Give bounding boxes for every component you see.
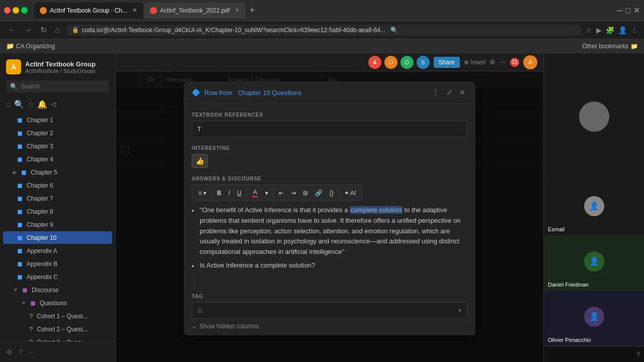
- sidebar-item-chapter3[interactable]: ◼ Chapter 3: [3, 140, 112, 152]
- sidebar-item-appendixa[interactable]: ◼ Appendix A: [3, 244, 112, 257]
- bookmark-ca-organizing[interactable]: 📁 CA Organizing: [6, 42, 55, 50]
- sidebar-item-questions[interactable]: ▼ ◼ Questions: [3, 297, 112, 309]
- window-close-icon[interactable]: ✕: [633, 6, 640, 15]
- right-panel-bottom: ?: [544, 346, 644, 362]
- search-input[interactable]: [21, 83, 105, 90]
- bookmarks-bar: 📁 CA Organizing Other bookmarks 📁: [0, 39, 644, 53]
- modal-source-icon: 🔷: [192, 88, 200, 97]
- new-tab-button[interactable]: +: [247, 5, 258, 16]
- sparkle-icon: ✦: [344, 190, 349, 197]
- avatar-user3: O: [400, 56, 414, 69]
- sidebar-item-chapter2[interactable]: ◼ Chapter 2: [3, 127, 112, 139]
- participant-name-olivier: Olivier Penacchio: [548, 337, 591, 343]
- minimize-button[interactable]: [13, 7, 19, 14]
- tab-title-2: ActInf_Textbook_2022.pdf: [160, 7, 230, 14]
- modal-overlay[interactable]: 🔷 Row from Chapter 10 Questions ⋮ ⤢ ✕: [116, 71, 543, 362]
- url-bar[interactable]: 🔒 coda.io/@/ActInf-Textbook-Group_d4CkUI…: [66, 25, 582, 36]
- cohort2-icon: ?: [29, 325, 33, 333]
- textbook-ref-input[interactable]: [192, 121, 467, 137]
- thumbs-up-button[interactable]: 👍: [192, 154, 208, 168]
- nav-back-button[interactable]: ←: [6, 25, 18, 36]
- sidebar-star-icon[interactable]: ☆: [27, 100, 34, 109]
- indent-more-button[interactable]: ⇥: [288, 188, 299, 198]
- insert-button[interactable]: ⊕ Insert: [464, 59, 486, 66]
- maximize-button[interactable]: [21, 7, 28, 14]
- other-bookmarks[interactable]: Other bookmarks 📁: [582, 43, 638, 50]
- chapter10-icon: ◼: [17, 234, 23, 241]
- settings-icon[interactable]: ⚙: [490, 58, 496, 66]
- star-icon[interactable]: ☆: [586, 26, 592, 34]
- main-topbar: A ⬡ O S Share ⊕ Insert ⚙ ⋯ 21 A: [116, 53, 543, 71]
- tab-close-1[interactable]: ✕: [132, 7, 137, 14]
- quote-text: "One benefit of Active Inference is that…: [200, 205, 467, 257]
- sidebar-item-chapter10[interactable]: ◼ Chapter 10: [3, 231, 112, 244]
- media-icon[interactable]: ▶: [596, 26, 602, 34]
- folder-icon-2: 📁: [630, 43, 638, 50]
- sidebar-help-icon[interactable]: ?: [17, 346, 25, 358]
- sidebar-item-chapter4[interactable]: ◼ Chapter 4: [3, 153, 112, 165]
- share-button[interactable]: Share: [434, 57, 460, 68]
- table-button[interactable]: ⊞: [300, 188, 311, 198]
- sidebar-notifications-icon[interactable]: 🔔: [37, 100, 47, 109]
- tag-label: TAG: [192, 294, 467, 299]
- sidebar-settings-icon[interactable]: ⚙: [4, 346, 15, 358]
- chapter1-icon: ◼: [17, 116, 23, 124]
- more-options-icon[interactable]: ⋮: [430, 87, 441, 98]
- color-dropdown-button[interactable]: ▾: [262, 188, 271, 198]
- indent-less-button[interactable]: ⇤: [276, 188, 287, 198]
- editor-area[interactable]: • "One benefit of Active Inference is th…: [192, 205, 467, 286]
- modal-source-table[interactable]: Chapter 10 Questions: [237, 89, 301, 97]
- sidebar-item-appendixb[interactable]: ◼ Appendix B: [3, 257, 112, 270]
- menu-icon[interactable]: ⋮: [631, 26, 638, 34]
- sidebar-item-appendixc[interactable]: ◼ Appendix C: [3, 270, 112, 283]
- help-icon[interactable]: ?: [636, 350, 640, 358]
- sidebar-item-chapter9[interactable]: ◼ Chapter 9: [3, 218, 112, 231]
- profile-icon[interactable]: 👤: [618, 26, 627, 34]
- sidebar-more-icon[interactable]: ···: [27, 346, 37, 358]
- options-icon[interactable]: ⋯: [500, 58, 506, 66]
- embed-button[interactable]: {}: [327, 188, 337, 198]
- sidebar-item-chapter5[interactable]: ▶ ◼ Chapter 5: [3, 166, 112, 178]
- modal-title-row: 🔷 Row from Chapter 10 Questions: [192, 88, 426, 97]
- sidebar-search-icon[interactable]: 🔍: [14, 100, 24, 109]
- bold-button[interactable]: B: [214, 188, 224, 198]
- tab-close-2[interactable]: ✕: [235, 7, 239, 14]
- interesting-section: INTERESTING 👍: [192, 145, 467, 168]
- chapter10-label: Chapter 10: [27, 234, 56, 241]
- editor-add-icon[interactable]: ⋮: [192, 276, 198, 286]
- sidebar-home-icon[interactable]: ⌂: [6, 100, 11, 109]
- sidebar-item-chapter8[interactable]: ◼ Chapter 8: [3, 205, 112, 218]
- sidebar-search-bar[interactable]: 🔍: [6, 80, 109, 93]
- expand-icon[interactable]: ⤢: [444, 87, 454, 98]
- extensions-icon[interactable]: 🧩: [606, 26, 614, 34]
- user-avatar-main[interactable]: A: [523, 55, 537, 69]
- sidebar-item-discourse[interactable]: ▼ ◼ Discourse: [3, 284, 112, 296]
- tab-pdf[interactable]: ActInf_Textbook_2022.pdf ✕: [144, 3, 246, 19]
- sidebar-item-chapter6[interactable]: ◼ Chapter 6: [3, 179, 112, 192]
- nav-home-button[interactable]: ⌂: [53, 25, 62, 36]
- color-button[interactable]: A: [249, 187, 261, 199]
- tag-select[interactable]: ⊞: [192, 302, 467, 319]
- italic-button[interactable]: I: [225, 188, 233, 198]
- nav-reload-button[interactable]: ↻: [38, 24, 49, 36]
- window-restore-icon[interactable]: □: [625, 6, 630, 15]
- window-minimize-icon[interactable]: ─: [617, 6, 622, 15]
- close-modal-icon[interactable]: ✕: [457, 87, 467, 98]
- bullet-icon-2: •: [192, 261, 196, 272]
- sidebar-item-chapter7[interactable]: ◼ Chapter 7: [3, 192, 112, 205]
- list-button[interactable]: ≡ ▾: [195, 188, 209, 198]
- sidebar-item-cohort2[interactable]: ? Cohort 2 – Quest...: [3, 323, 112, 335]
- close-button[interactable]: [4, 7, 11, 14]
- link-button[interactable]: 🔗: [312, 188, 326, 198]
- ai-button[interactable]: ✦ AI: [341, 188, 359, 198]
- chapter8-label: Chapter 8: [27, 208, 53, 215]
- nav-forward-button[interactable]: →: [22, 25, 34, 36]
- sidebar-item-cohort3[interactable]: ? Cohort 3 – Ques...: [3, 336, 112, 341]
- sidebar-item-chapter1[interactable]: ◼ Chapter 1: [3, 114, 112, 126]
- sidebar-item-cohort1[interactable]: ? Cohort 1 – Quest...: [3, 310, 112, 322]
- sidebar-collapse-icon[interactable]: ⊲: [50, 100, 57, 109]
- show-hidden-columns[interactable]: ⌄ Show hidden columns: [192, 319, 467, 334]
- search-icon[interactable]: 🔍: [390, 27, 398, 34]
- tab-actinf-textbook[interactable]: ActInf Textbook Group · Ch... ✕: [34, 3, 143, 19]
- underline-button[interactable]: U: [234, 188, 245, 198]
